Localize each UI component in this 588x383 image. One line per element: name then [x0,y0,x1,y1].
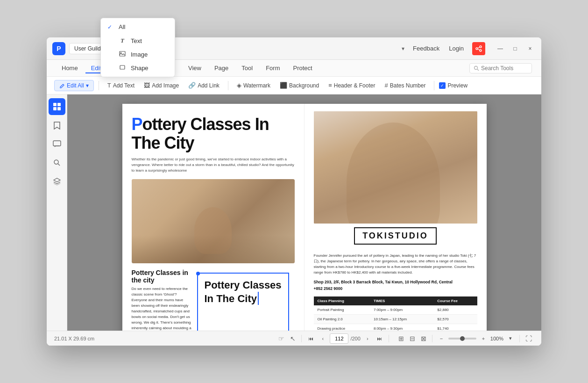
pdf-content: Pottery Classes In The City Whether its … [122,104,487,331]
bates-number-button[interactable]: # Bates Number [381,80,429,91]
total-pages: /200 [350,336,360,341]
feedback-login-group: Feedback Login [410,44,467,53]
studio-info-row: TOKISTUDIO Founder Jennifer pursued the … [314,227,477,331]
fit-icon[interactable]: ⊠ [419,334,428,343]
menu-protect[interactable]: Protect [288,63,318,73]
sidebar-thumbnail-icon[interactable] [49,98,65,115]
add-text-button[interactable]: T Add Text [104,80,138,91]
zoom-percentage: 100% [490,336,503,341]
pdf-page: Pottery Classes In The City Whether its … [122,104,487,331]
table-cell: 8:00pm – 9:30pm [370,324,433,331]
table-cell: Drawing practice [314,324,370,331]
dropdown-arrow-icon[interactable]: ▾ [402,45,404,52]
studio-photo [314,111,477,224]
studio-left-info: TOKISTUDIO Founder Jennifer pursued the … [314,227,477,331]
share-button[interactable] [472,42,485,55]
table-row: Oil Painting 2.010:15am – 12:15pm$2,570 [314,315,477,324]
svg-line-3 [478,47,480,48]
image-type-icon [119,51,126,58]
header-footer-button[interactable]: ≡ Header & Footer [325,80,379,91]
menu-tool[interactable]: Tool [236,63,258,73]
preview-checkbox[interactable]: ✓ Preview [439,82,468,89]
background-button[interactable]: ⬛ Background [276,80,323,91]
maximize-button[interactable]: □ [510,43,521,54]
add-image-icon: 🖼 [144,82,150,89]
sidebar-comment-icon[interactable] [49,136,65,152]
dropdown-item-image[interactable]: Image [101,48,175,61]
page-layout-icon[interactable]: ⊞ [397,334,406,343]
sidebar-search-icon[interactable] [49,154,65,171]
zoom-out-button[interactable]: − [436,333,446,344]
bottom-bar: 21.01 X 29.69 cm ☞ ↖ ⏮ ‹ /200 › ⏭ ⊞ ⊟ ⊠ … [47,331,541,346]
edit-all-label: Edit All [67,82,84,89]
table-cell: Oil Painting 2.0 [314,315,370,324]
edit-all-dropdown: ✓ All T Text Image [100,37,175,77]
table-cell: 7:00pm – 9:00pm [370,305,433,315]
next-page-button[interactable]: › [362,333,373,344]
table-header-class: Class Planning [314,296,370,305]
menu-view[interactable]: View [183,63,207,73]
toolbar-separator-2 [228,81,228,90]
nav-separator-1 [301,335,302,342]
zoom-dropdown-button[interactable]: ▾ [505,333,516,344]
fullscreen-icon[interactable]: ⛶ [524,334,534,343]
view-mode-icon[interactable]: ⊟ [408,334,417,343]
menu-form[interactable]: Form [260,63,285,73]
header-footer-icon: ≡ [328,82,332,89]
pdf-left-lower: Pottery Classes in the city Do we even n… [132,269,192,331]
studio-description: Founder Jennifer pursued the art of pott… [314,253,477,275]
preview-checkbox-icon: ✓ [439,82,446,89]
studio-address: Shop 203, 2/F, Block 3 Barrack Block, Ta… [314,279,477,292]
close-button[interactable]: × [524,43,536,54]
svg-rect-14 [53,141,61,146]
svg-rect-13 [57,107,61,110]
toolbar: Edit All ▾ T Add Text 🖼 Add Image 🔗 Add … [47,77,541,94]
cursor-tool-icon[interactable]: ↖ [288,334,298,343]
prev-page-button[interactable]: ‹ [318,333,328,344]
sidebar-layers-icon[interactable] [49,173,65,190]
dropdown-item-shape[interactable]: Shape [101,61,175,75]
pdf-area[interactable]: Pottery Classes In The City Whether its … [67,94,541,331]
title-bar-right: ▾ Feedback Login — □ × [402,42,536,55]
nav-separator-2 [389,335,389,342]
svg-point-5 [475,66,478,69]
table-row: Portrait Painting7:00pm – 9:00pm$2,880 [314,305,477,315]
pottery-box-heading: Pottery ClassesIn The City [205,279,282,304]
zoom-slider[interactable] [448,338,476,340]
search-tools-input[interactable] [481,65,528,72]
svg-point-2 [480,50,482,51]
studio-logo: TOKISTUDIO [354,227,437,245]
table-row: Drawing practice8:00pm – 9:30pm$1,740 [314,324,477,331]
svg-rect-11 [57,103,61,106]
edit-all-chevron: ▾ [86,82,89,89]
first-page-button[interactable]: ⏮ [305,333,316,344]
menu-page[interactable]: Page [209,63,234,73]
last-page-button[interactable]: ⏭ [375,333,385,344]
dropdown-label-text: Text [131,37,142,44]
dropdown-item-text[interactable]: T Text [101,37,175,48]
table-cell: $1,740 [433,324,477,331]
background-icon: ⬛ [280,82,287,89]
edit-all-button[interactable]: Edit All ▾ [54,80,94,91]
login-button[interactable]: Login [446,44,467,53]
main-area: Pottery Classes In The City Whether its … [47,94,541,331]
zoom-in-button[interactable]: + [478,333,489,344]
add-image-button[interactable]: 🖼 Add Image [140,80,183,91]
app-window: P User Guild Book.pdf × + ▾ Feedback Log… [47,37,541,346]
menu-home[interactable]: Home [56,63,84,73]
add-link-icon: 🔗 [188,82,196,89]
minimize-button[interactable]: — [495,43,506,54]
page-number-input[interactable] [330,333,348,344]
class-schedule-table: Class Planning TIMES Course Fee Portrait… [314,296,477,331]
zoom-slider-thumb [460,336,465,341]
watermark-icon: ◈ [237,82,241,89]
svg-line-4 [478,49,480,50]
add-link-button[interactable]: 🔗 Add Link [184,80,223,91]
sidebar-bookmark-icon[interactable] [49,117,65,134]
watermark-button[interactable]: ◈ Watermark [233,80,274,91]
search-tools-field[interactable] [469,63,532,73]
hand-tool-icon[interactable]: ☞ [276,334,286,343]
pdf-subtitle-text: Whether its the pandemic or just good ti… [132,157,295,173]
navigation-controls: ☞ ↖ ⏮ ‹ /200 › ⏭ [276,333,390,344]
feedback-button[interactable]: Feedback [410,44,442,53]
